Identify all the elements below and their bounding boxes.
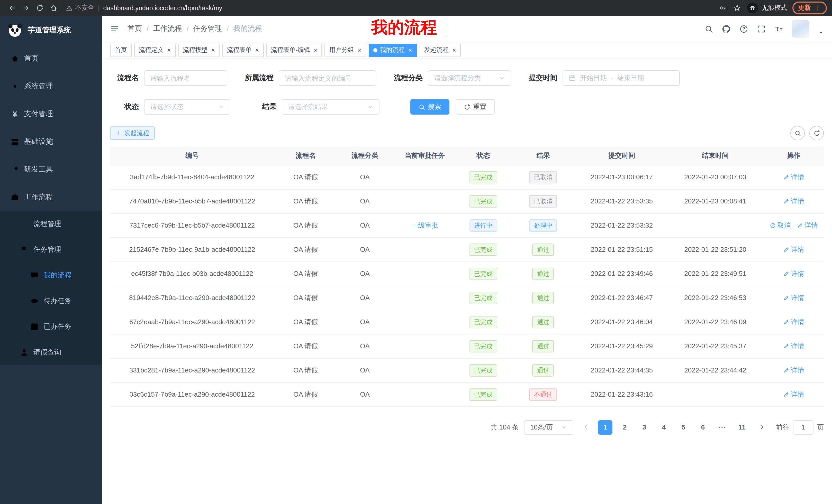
font-size-icon[interactable]: TT: [774, 24, 783, 33]
page-button-3[interactable]: 3: [637, 420, 651, 435]
tab-流程定义[interactable]: 流程定义×: [134, 44, 176, 57]
cancel-link[interactable]: 取消: [770, 221, 790, 230]
sidebar-item-待办任务[interactable]: 待办任务: [0, 288, 102, 314]
sidebar-item-支付管理[interactable]: ¥支付管理: [0, 100, 102, 128]
create-process-button[interactable]: 发起流程: [110, 127, 155, 140]
sidebar-item-系统管理[interactable]: 系统管理: [0, 73, 102, 100]
browser-refresh-icon[interactable]: [33, 1, 47, 15]
sidebar-item-研发工具[interactable]: 研发工具: [0, 156, 102, 184]
next-page-button[interactable]: [754, 420, 769, 435]
page-size-select[interactable]: 10条/页: [524, 420, 573, 435]
help-icon[interactable]: [739, 24, 748, 33]
sidebar-item-首页[interactable]: 首页: [0, 45, 102, 73]
tab-我的流程[interactable]: 我的流程×: [369, 44, 417, 57]
process-definition-input[interactable]: [279, 71, 376, 86]
table-row: 2152467e-7b9b-11ec-9a1b-acde48001122OA 请…: [110, 237, 824, 261]
status-select[interactable]: 请选择状态: [144, 99, 230, 115]
prev-page-button[interactable]: [578, 420, 593, 435]
tab-close-icon[interactable]: ×: [314, 47, 317, 53]
tab-首页[interactable]: 首页: [110, 44, 132, 57]
page-buttons: 123456···11: [598, 420, 749, 435]
sidebar-item-我的流程[interactable]: 我的流程: [0, 262, 102, 288]
page-button-6[interactable]: 6: [696, 420, 710, 435]
tab-close-icon[interactable]: ×: [408, 47, 412, 53]
detail-link[interactable]: 详情: [783, 317, 804, 327]
detail-link[interactable]: 详情: [783, 341, 804, 351]
toggle-search-button[interactable]: [790, 126, 805, 140]
detail-link[interactable]: 详情: [783, 245, 804, 254]
current-task-link[interactable]: 一级审批: [411, 221, 438, 229]
browser-update-button[interactable]: 更新: [792, 2, 827, 15]
fullscreen-icon[interactable]: [757, 24, 766, 33]
process-definition-input-field[interactable]: [285, 74, 370, 82]
tab-close-icon[interactable]: ×: [358, 47, 362, 53]
sidebar-item-请假查询[interactable]: 请假查询: [0, 340, 102, 365]
github-icon[interactable]: [722, 24, 731, 33]
detail-link[interactable]: 详情: [797, 221, 818, 230]
browser-back-icon[interactable]: [5, 1, 19, 15]
security-indicator[interactable]: 不安全: [66, 4, 94, 12]
process-name-input-field[interactable]: [150, 74, 221, 82]
breadcrumb-item-workflow[interactable]: 工作流程: [153, 24, 182, 33]
address-bar[interactable]: 不安全 | dashboard.yudao.iocoder.cn/bpm/tas…: [66, 4, 716, 12]
browser-home-icon[interactable]: [47, 1, 61, 15]
detail-link[interactable]: 详情: [783, 172, 804, 181]
cell-current-task: [393, 165, 457, 189]
avatar[interactable]: [792, 20, 809, 37]
tab-close-icon[interactable]: ×: [452, 47, 456, 53]
reset-button[interactable]: 重置: [456, 99, 495, 115]
sidebar-item-label: 支付管理: [24, 109, 90, 119]
tab-close-icon[interactable]: ×: [167, 47, 171, 53]
cell-actions: 详情: [764, 334, 824, 358]
browser-forward-icon[interactable]: [19, 1, 33, 15]
sidebar-toggle-icon[interactable]: [110, 24, 119, 33]
cell-actions: 详情: [764, 310, 824, 334]
sidebar-item-流程管理[interactable]: 流程管理: [0, 211, 102, 237]
detail-link[interactable]: 详情: [783, 293, 804, 302]
page-button-5[interactable]: 5: [676, 420, 691, 435]
sidebar-item-工作流程[interactable]: 工作流程: [0, 184, 102, 211]
refresh-table-button[interactable]: [809, 126, 824, 140]
submit-time-label: 提交时间: [526, 74, 557, 83]
date-range-picker[interactable]: 开始日期 - 结束日期: [563, 71, 680, 86]
tab-流程表单-编辑[interactable]: 流程表单-编辑×: [266, 44, 322, 57]
sidebar-item-基础设施[interactable]: 基础设施: [0, 128, 102, 156]
app-logo[interactable]: 芋道管理系统: [0, 16, 102, 45]
page-button-1[interactable]: 1: [598, 420, 613, 435]
search-icon[interactable]: [704, 24, 713, 33]
bookmark-star-icon[interactable]: [730, 1, 744, 15]
cancel-icon: [770, 222, 776, 228]
page-button-4[interactable]: 4: [657, 420, 671, 435]
sidebar-item-任务管理[interactable]: 任务管理: [0, 237, 102, 262]
tab-发起流程[interactable]: 发起流程×: [419, 44, 461, 57]
breadcrumb-item-home[interactable]: 首页: [128, 24, 142, 33]
goto-page-input[interactable]: [793, 420, 813, 435]
breadcrumb-item-task[interactable]: 任务管理: [193, 24, 222, 33]
category-select[interactable]: 请选择流程分类: [428, 71, 511, 86]
action-label: 详情: [791, 390, 804, 399]
detail-link[interactable]: 详情: [783, 197, 804, 206]
detail-link[interactable]: 详情: [783, 366, 804, 375]
date-separator: -: [611, 74, 613, 82]
process-name-input[interactable]: [144, 71, 227, 86]
password-key-icon[interactable]: [716, 1, 730, 15]
tab-流程模型[interactable]: 流程模型×: [178, 44, 219, 57]
tab-close-icon[interactable]: ×: [211, 47, 215, 53]
detail-link[interactable]: 详情: [783, 390, 804, 399]
cell-name: OA 请假: [274, 213, 337, 237]
search-button[interactable]: 搜索: [410, 99, 449, 115]
result-select[interactable]: 请选择流结果: [282, 99, 380, 115]
incognito-chip[interactable]: 无痕模式: [747, 3, 787, 13]
tab-close-icon[interactable]: ×: [255, 47, 259, 53]
tab-流程表单[interactable]: 流程表单×: [222, 44, 263, 57]
detail-link[interactable]: 详情: [783, 269, 804, 278]
chevron-down-icon[interactable]: [818, 30, 824, 35]
sidebar-item-已办任务[interactable]: 已办任务: [0, 314, 102, 340]
table-row: 819442e8-7b9a-11ec-a290-acde48001122OA 请…: [110, 286, 824, 310]
tab-用户分组[interactable]: 用户分组×: [325, 44, 366, 57]
browser-menu-icon[interactable]: [814, 5, 821, 11]
page-button-11[interactable]: 11: [735, 420, 749, 435]
logo-panda-icon: [7, 23, 23, 38]
pagination-ellipsis[interactable]: ···: [715, 420, 730, 435]
page-button-2[interactable]: 2: [618, 420, 632, 435]
